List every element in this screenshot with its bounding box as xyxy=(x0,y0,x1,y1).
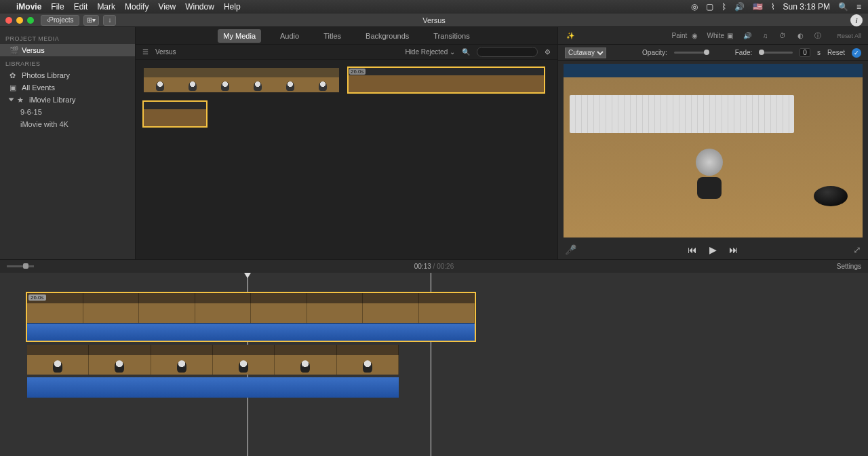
opacity-slider[interactable] xyxy=(674,52,708,54)
clip-settings-icon[interactable]: ⚙ xyxy=(545,48,551,56)
sidebar-event-4k[interactable]: iMovie with 4K xyxy=(0,118,135,130)
events-icon: ▣ xyxy=(9,83,18,92)
menu-help[interactable]: Help xyxy=(224,2,241,12)
app-menu[interactable]: iMovie xyxy=(16,2,41,12)
fade-unit: s xyxy=(817,49,821,56)
fullscreen-icon[interactable]: ⤢ xyxy=(853,244,861,255)
current-time: 00:13 xyxy=(414,263,431,270)
menubar-clock[interactable]: Sun 3:18 PM xyxy=(783,2,830,12)
volume-adjust-icon[interactable]: 🔊 xyxy=(742,32,753,39)
media-clip-selected[interactable] xyxy=(142,100,208,128)
notifications-icon[interactable]: ≡ xyxy=(856,2,861,12)
zoom-slider[interactable] xyxy=(7,265,34,267)
back-to-projects-button[interactable]: ‹ Projects xyxy=(41,15,79,26)
noise-reduce-icon[interactable]: ♫ xyxy=(760,32,770,39)
white-label[interactable]: White xyxy=(707,32,717,39)
clip-grid: 26.0s xyxy=(136,60,557,259)
info-icon[interactable]: ⓘ xyxy=(812,31,823,41)
next-frame-button[interactable]: ⏭ xyxy=(729,244,738,255)
crop-icon[interactable]: ▣ xyxy=(724,32,735,39)
reset-all-button[interactable]: Reset All xyxy=(837,33,861,39)
volume-icon[interactable]: 🔊 xyxy=(734,2,745,12)
tab-audio[interactable]: Audio xyxy=(275,29,304,43)
prev-frame-button[interactable]: ⏮ xyxy=(688,244,697,255)
voiceover-icon[interactable]: 🎤 xyxy=(565,244,576,255)
bluetooth-icon[interactable]: ᛒ xyxy=(722,2,726,12)
tab-my-media[interactable]: My Media xyxy=(218,29,261,43)
search-icon: 🔍 xyxy=(462,48,470,56)
sidebar-header-project: PROJECT MEDIA xyxy=(0,31,135,44)
overlay-controls: Cutaway Opacity: Fade: 0 s Reset ✓ xyxy=(558,45,868,61)
hide-rejected-dropdown[interactable]: Hide Rejected ⌄ xyxy=(405,48,455,56)
timeline-primary-clip[interactable] xyxy=(27,345,399,398)
sidebar-event-9-6-15[interactable]: 9-6-15 xyxy=(0,106,135,118)
fade-slider[interactable] xyxy=(759,52,793,54)
sidebar-label: iMovie Library xyxy=(29,96,75,104)
photos-icon: ✿ xyxy=(9,71,18,79)
info-button[interactable]: i xyxy=(850,14,863,26)
timeline-overlay-clip[interactable]: 26.0s xyxy=(27,293,475,341)
keyboard-prop xyxy=(570,95,794,133)
fade-value[interactable]: 0 xyxy=(800,48,810,57)
back-label: Projects xyxy=(49,16,73,24)
sidebar-item-imovie-library[interactable]: ★ iMovie Library xyxy=(0,94,135,106)
import-button[interactable]: ↓ xyxy=(103,15,116,26)
tab-transitions[interactable]: Transitions xyxy=(428,29,475,43)
transport-controls: 🎤 ⏮ ▶ ⏭ ⤢ xyxy=(558,240,868,259)
window-title: Versus xyxy=(422,16,446,24)
search-input[interactable] xyxy=(477,47,538,57)
flag-icon[interactable]: 🇺🇸 xyxy=(753,2,763,12)
tab-backgrounds[interactable]: Backgrounds xyxy=(360,29,414,43)
clip-filter-icon[interactable]: ◐ xyxy=(795,32,806,39)
sidebar-project-versus[interactable]: 🎬 Versus xyxy=(0,44,135,56)
do-not-disturb-icon[interactable]: ◎ xyxy=(691,2,698,12)
timeline-toolbar: 00:13 / 00:26 Settings xyxy=(0,259,868,273)
sidebar-item-photos[interactable]: ✿ Photos Library xyxy=(0,69,135,81)
window-toolbar: ‹ Projects ⊞▾ ↓ Versus i xyxy=(0,14,868,27)
star-icon: ★ xyxy=(17,96,25,104)
sidebar: PROJECT MEDIA 🎬 Versus LIBRARIES ✿ Photo… xyxy=(0,27,136,259)
menu-view[interactable]: View xyxy=(158,2,176,12)
fullscreen-window-button[interactable] xyxy=(27,17,34,24)
list-view-icon[interactable]: ☰ xyxy=(142,48,149,56)
paint-label[interactable]: Paint xyxy=(671,32,682,39)
sidebar-item-all-events[interactable]: ▣ All Events xyxy=(0,81,135,94)
minimize-window-button[interactable] xyxy=(16,17,23,24)
timeline-settings-button[interactable]: Settings xyxy=(837,263,861,270)
media-clip-selected[interactable]: 26.0s xyxy=(347,66,545,94)
sidebar-project-label: Versus xyxy=(22,46,45,54)
figurine-prop xyxy=(689,149,730,203)
speed-icon[interactable]: ⏱ xyxy=(777,32,788,39)
sidebar-label: Photos Library xyxy=(22,71,70,79)
menu-file[interactable]: File xyxy=(51,2,64,12)
fade-label: Fade: xyxy=(735,49,753,56)
clip-audio-track[interactable] xyxy=(27,323,475,341)
play-button[interactable]: ▶ xyxy=(709,244,717,255)
macos-menubar: iMovie File Edit Mark Modify View Window… xyxy=(0,0,868,14)
browser-filter-bar: ☰ Versus Hide Rejected ⌄ 🔍 ⚙ xyxy=(136,45,557,60)
spotlight-icon[interactable]: 🔍 xyxy=(838,2,848,12)
preview-viewer[interactable] xyxy=(564,64,863,238)
sidebar-header-libraries: LIBRARIES xyxy=(0,56,135,69)
clip-audio-track[interactable] xyxy=(27,377,399,398)
mouse-prop xyxy=(814,186,848,206)
opacity-label: Opacity: xyxy=(642,49,667,56)
close-window-button[interactable] xyxy=(5,17,12,24)
menu-edit[interactable]: Edit xyxy=(74,2,88,12)
overlay-type-dropdown[interactable]: Cutaway xyxy=(565,48,606,58)
media-clip[interactable] xyxy=(142,66,340,94)
menu-modify[interactable]: Modify xyxy=(125,2,149,12)
wand-icon[interactable]: ✨ xyxy=(565,32,576,39)
airplay-icon[interactable]: ▢ xyxy=(706,2,713,12)
menu-mark[interactable]: Mark xyxy=(97,2,115,12)
reset-overlay-button[interactable]: Reset xyxy=(827,49,845,56)
main-area: PROJECT MEDIA 🎬 Versus LIBRARIES ✿ Photo… xyxy=(0,27,868,259)
color-balance-icon[interactable]: ◉ xyxy=(689,32,700,39)
view-mode-button[interactable]: ⊞▾ xyxy=(83,15,99,26)
tab-titles[interactable]: Titles xyxy=(318,29,347,43)
disclosure-triangle-icon[interactable] xyxy=(9,98,14,102)
wifi-icon[interactable]: ⌇ xyxy=(771,2,775,12)
menu-window[interactable]: Window xyxy=(185,2,214,12)
apply-check-icon[interactable]: ✓ xyxy=(852,48,861,58)
timeline[interactable]: 26.0s xyxy=(0,273,868,456)
